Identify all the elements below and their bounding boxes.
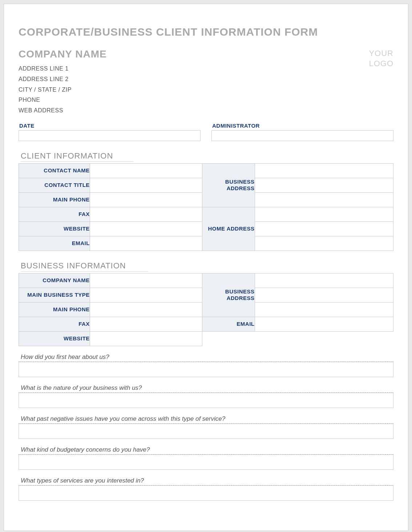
client-fax-input[interactable] (90, 207, 202, 221)
question-2-block: What is the nature of your business with… (19, 384, 393, 408)
question-3-block: What past negative issues have you come … (19, 415, 393, 439)
contact-title-input[interactable] (90, 178, 202, 192)
date-admin-row: DATE ADMINISTRATOR (19, 123, 393, 141)
question-2-input[interactable] (19, 393, 393, 408)
question-3-input[interactable] (19, 424, 393, 439)
client-info-section-title: CLIENT INFORMATION (21, 151, 133, 162)
company-header-row: COMPANY NAME ADDRESS LINE 1 ADDRESS LINE… (19, 48, 393, 116)
biz-business-address-label: BUSINESS ADDRESS (202, 273, 255, 317)
logo-placeholder: YOUR LOGO (369, 48, 393, 68)
administrator-label: ADMINISTRATOR (211, 123, 393, 130)
biz-company-name-label: COMPANY NAME (19, 273, 90, 288)
question-1-input[interactable] (19, 362, 393, 377)
biz-company-name-input[interactable] (90, 273, 202, 288)
phone-line: PHONE (19, 95, 107, 105)
home-address-input-3[interactable] (255, 236, 393, 251)
date-input[interactable] (19, 130, 201, 141)
client-email-label: EMAIL (19, 236, 90, 251)
client-website-label: WEBSITE (19, 221, 90, 236)
business-address-input-2[interactable] (255, 178, 393, 192)
question-4-label: What kind of budgetary concerns do you h… (19, 445, 393, 455)
date-label: DATE (19, 123, 201, 130)
city-state-zip: CITY / STATE / ZIP (19, 85, 107, 95)
client-main-phone-label: MAIN PHONE (19, 192, 90, 207)
home-address-input-1[interactable] (255, 207, 393, 221)
question-5-input[interactable] (19, 485, 393, 501)
home-address-input-2[interactable] (255, 221, 393, 236)
address-line-1: ADDRESS LINE 1 (19, 64, 107, 74)
home-address-label: HOME ADDRESS (202, 207, 255, 251)
web-address-line: WEB ADDRESS (19, 105, 107, 116)
main-business-type-input[interactable] (90, 288, 202, 302)
biz-business-address-input-3[interactable] (255, 302, 393, 317)
question-2-label: What is the nature of your business with… (19, 384, 393, 393)
biz-main-phone-input[interactable] (90, 302, 202, 317)
address-line-2: ADDRESS LINE 2 (19, 74, 107, 85)
logo-text-line1: YOUR (369, 48, 393, 59)
biz-fax-label: FAX (19, 317, 90, 331)
business-address-input-3[interactable] (255, 192, 393, 207)
biz-website-input[interactable] (90, 331, 202, 346)
biz-business-address-input-2[interactable] (255, 288, 393, 302)
question-5-block: What types of services are you intereste… (19, 476, 393, 501)
client-fax-label: FAX (19, 207, 90, 221)
document-page: CORPORATE/BUSINESS CLIENT INFORMATION FO… (4, 4, 408, 531)
business-info-section-title: BUSINESS INFORMATION (21, 261, 148, 272)
question-4-block: What kind of budgetary concerns do you h… (19, 445, 393, 470)
biz-website-label: WEBSITE (19, 331, 90, 346)
biz-main-phone-label: MAIN PHONE (19, 302, 90, 317)
administrator-input[interactable] (211, 130, 393, 141)
business-address-label: BUSINESS ADDRESS (202, 163, 255, 207)
main-business-type-label: MAIN BUSINESS TYPE (19, 288, 90, 302)
question-4-input[interactable] (19, 455, 393, 470)
question-1-block: How did you first hear about us? (19, 353, 393, 377)
client-email-input[interactable] (90, 236, 202, 251)
contact-name-label: CONTACT NAME (19, 163, 90, 178)
logo-text-line2: LOGO (369, 59, 393, 69)
client-website-input[interactable] (90, 221, 202, 236)
client-main-phone-input[interactable] (90, 192, 202, 207)
biz-email-label: EMAIL (202, 317, 255, 331)
client-info-table: CONTACT NAME BUSINESS ADDRESS CONTACT TI… (19, 163, 393, 251)
business-address-input-1[interactable] (255, 163, 393, 178)
date-column: DATE (19, 123, 201, 141)
question-3-label: What past negative issues have you come … (19, 415, 393, 424)
contact-title-label: CONTACT TITLE (19, 178, 90, 192)
question-5-label: What types of services are you intereste… (19, 476, 393, 485)
biz-email-input[interactable] (255, 317, 393, 331)
company-block: COMPANY NAME ADDRESS LINE 1 ADDRESS LINE… (19, 48, 107, 116)
contact-name-input[interactable] (90, 163, 202, 178)
business-info-table: COMPANY NAME BUSINESS ADDRESS MAIN BUSIN… (19, 273, 393, 346)
form-title: CORPORATE/BUSINESS CLIENT INFORMATION FO… (19, 26, 393, 38)
biz-business-address-input-1[interactable] (255, 273, 393, 288)
question-1-label: How did you first hear about us? (19, 353, 393, 362)
company-name: COMPANY NAME (19, 48, 107, 60)
biz-fax-input[interactable] (90, 317, 202, 331)
company-address-lines: ADDRESS LINE 1 ADDRESS LINE 2 CITY / STA… (19, 64, 107, 116)
admin-column: ADMINISTRATOR (211, 123, 393, 141)
